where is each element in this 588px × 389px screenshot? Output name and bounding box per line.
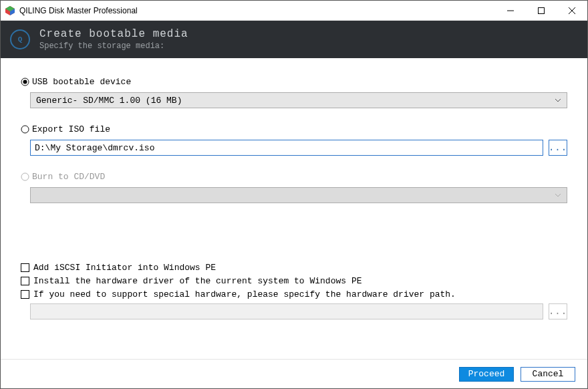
cancel-button[interactable]: Cancel xyxy=(521,367,575,382)
check-driver-path[interactable]: If you need to support special hardware,… xyxy=(21,289,567,299)
titlebar: QILING Disk Master Professional xyxy=(1,1,587,21)
page-title: Create bootable media xyxy=(39,28,188,40)
check-driver-path-label: If you need to support special hardware,… xyxy=(33,289,456,299)
option-usb-label: USB bootable device xyxy=(32,77,131,87)
check-iscsi-label: Add iSCSI Initiator into Windows PE xyxy=(33,263,216,273)
radio-unselected-icon xyxy=(21,125,29,134)
content-area: USB bootable device Generic- SD/MMC 1.00… xyxy=(1,58,587,359)
app-icon xyxy=(5,5,15,16)
check-iscsi[interactable]: Add iSCSI Initiator into Windows PE xyxy=(21,263,567,273)
svg-rect-13 xyxy=(21,291,29,299)
minimize-button[interactable] xyxy=(495,1,526,20)
page-subtitle: Specify the storage media: xyxy=(39,41,188,51)
proceed-button[interactable]: Proceed xyxy=(459,367,514,382)
svg-rect-4 xyxy=(539,7,545,13)
driver-path-browse-button: ... xyxy=(549,303,567,319)
svg-point-9 xyxy=(21,126,29,133)
check-driver-current[interactable]: Install the hardware driver of the curre… xyxy=(21,276,567,286)
svg-point-8 xyxy=(23,80,27,84)
chevron-down-icon xyxy=(555,193,561,197)
header-icon: Q xyxy=(10,29,30,49)
option-iso-label: Export ISO file xyxy=(32,124,110,134)
cd-drive-select xyxy=(30,187,567,203)
checkbox-unchecked-icon xyxy=(21,290,29,299)
usb-device-select[interactable]: Generic- SD/MMC 1.00 (16 MB) xyxy=(30,92,567,108)
checkbox-unchecked-icon xyxy=(21,263,29,272)
page-header: Q Create bootable media Specify the stor… xyxy=(1,21,587,58)
option-cd-label: Burn to CD/DVD xyxy=(32,172,105,182)
footer: Proceed Cancel xyxy=(1,359,587,388)
close-button[interactable] xyxy=(557,1,587,20)
maximize-button[interactable] xyxy=(526,1,557,20)
option-usb[interactable]: USB bootable device xyxy=(21,77,567,87)
app-title: QILING Disk Master Professional xyxy=(19,6,138,15)
radio-disabled-icon xyxy=(21,172,29,181)
option-cd: Burn to CD/DVD xyxy=(21,172,567,182)
svg-rect-12 xyxy=(21,277,29,285)
maximize-icon xyxy=(538,7,545,14)
usb-device-value: Generic- SD/MMC 1.00 (16 MB) xyxy=(36,96,182,106)
check-driver-current-label: Install the hardware driver of the curre… xyxy=(33,276,361,286)
iso-path-input[interactable]: D:\My Storage\dmrcv.iso xyxy=(30,140,543,156)
close-icon xyxy=(569,7,575,14)
chevron-down-icon xyxy=(555,98,561,102)
svg-point-10 xyxy=(21,173,29,180)
checkbox-unchecked-icon xyxy=(21,277,29,285)
option-iso[interactable]: Export ISO file xyxy=(21,124,567,134)
svg-rect-11 xyxy=(21,264,29,272)
iso-browse-button[interactable]: ... xyxy=(549,140,567,156)
radio-selected-icon xyxy=(21,78,29,86)
driver-path-input xyxy=(30,303,543,319)
minimize-icon xyxy=(507,7,514,14)
